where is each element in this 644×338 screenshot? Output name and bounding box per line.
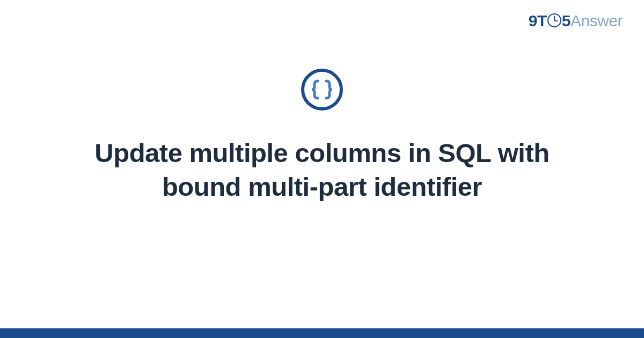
footer-accent-bar (0, 328, 644, 338)
page-title: Update multiple columns in SQL with boun… (64, 136, 580, 203)
brand-five: 5 (562, 12, 570, 30)
brand-nine: 9 (529, 12, 537, 30)
brand-logo: 9T5Answer (529, 12, 623, 30)
code-braces-icon (301, 69, 343, 111)
clock-icon (547, 13, 561, 27)
brand-t: T (537, 12, 547, 30)
brand-answer: Answer (570, 12, 623, 30)
hero-content: Update multiple columns in SQL with boun… (0, 69, 644, 203)
